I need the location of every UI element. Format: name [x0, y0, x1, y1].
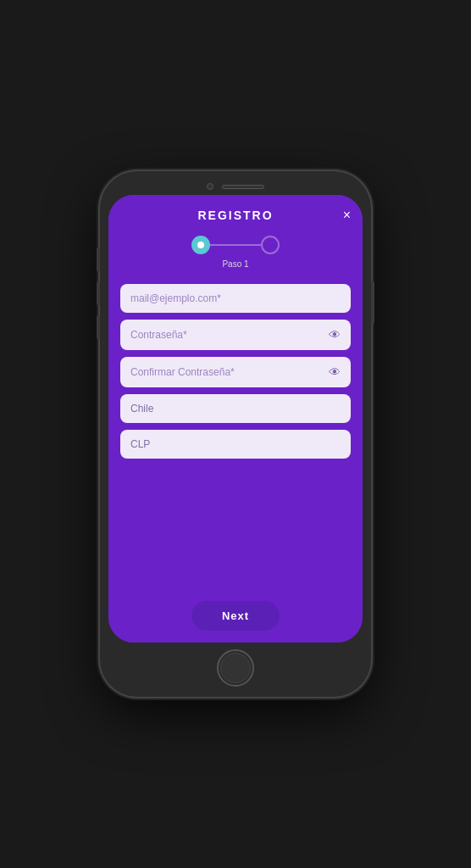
phone-screen: REGISTRO × Paso 1: [108, 195, 363, 643]
home-button[interactable]: [217, 649, 254, 687]
password-input[interactable]: [130, 329, 329, 341]
country-field-wrapper[interactable]: [120, 394, 351, 423]
confirm-password-field-wrapper: 👁: [120, 357, 351, 387]
currency-input[interactable]: [130, 438, 341, 450]
power-button: [371, 281, 374, 324]
volume-up-button: [97, 281, 100, 305]
step-1-circle: [191, 236, 210, 254]
next-button-wrapper: Next: [120, 601, 351, 631]
earpiece-speaker: [222, 185, 264, 189]
app-content: REGISTRO × Paso 1: [108, 195, 363, 643]
page-title: REGISTRO: [197, 209, 273, 222]
confirm-password-input[interactable]: [130, 366, 329, 378]
email-field-wrapper: [120, 284, 351, 313]
registration-form: 👁 👁: [120, 284, 351, 589]
step-connector: [210, 244, 261, 246]
password-field-wrapper: 👁: [120, 320, 351, 350]
stepper-track: [191, 236, 280, 254]
step-1-inner: [197, 242, 204, 248]
volume-down-button: [97, 315, 100, 339]
next-button[interactable]: Next: [191, 601, 280, 631]
step-label: Paso 1: [222, 259, 248, 269]
currency-field-wrapper[interactable]: [120, 430, 351, 459]
phone-bottom: [108, 643, 363, 688]
page-header: REGISTRO ×: [120, 209, 351, 222]
front-camera: [207, 183, 213, 190]
phone-top-bar: [108, 183, 363, 190]
email-input[interactable]: [130, 292, 341, 304]
step-2-circle: [261, 236, 280, 254]
progress-stepper: Paso 1: [120, 236, 351, 269]
close-button[interactable]: ×: [343, 209, 351, 222]
home-button-inner: [220, 653, 251, 683]
password-toggle-icon[interactable]: 👁: [329, 328, 341, 342]
volume-mute-button: [97, 248, 100, 271]
phone-frame: REGISTRO × Paso 1: [100, 171, 371, 697]
country-input[interactable]: [130, 403, 341, 415]
confirm-password-toggle-icon[interactable]: 👁: [329, 365, 341, 379]
